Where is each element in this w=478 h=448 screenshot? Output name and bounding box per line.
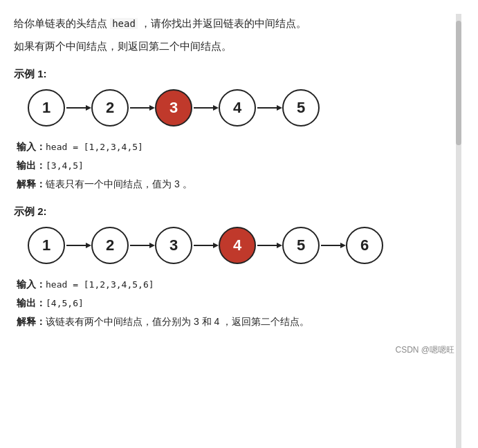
node-6-ex2: 6	[346, 227, 383, 264]
node-2-ex1: 2	[91, 89, 129, 127]
example2-input: 输入：head = [1,2,3,4,5,6]	[17, 275, 461, 294]
svg-marker-13	[213, 243, 219, 248]
scrollbar-thumb[interactable]	[456, 21, 461, 145]
arrow-1-ex2	[65, 239, 91, 252]
example2-output-value: [4,5,6]	[46, 298, 84, 308]
arrow-4-ex1	[256, 102, 282, 114]
svg-marker-11	[149, 243, 155, 248]
svg-marker-7	[277, 105, 282, 111]
arrow-4-ex2	[256, 239, 282, 252]
node-4-ex1: 4	[219, 89, 256, 127]
description-line2: 如果有两个中间结点，则返回第二个中间结点。	[14, 37, 461, 55]
arrow-2-ex1	[129, 102, 155, 114]
example2-explain: 解释：该链表有两个中间结点，值分别为 3 和 4 ，返回第二个结点。	[17, 312, 461, 331]
arrow-5-ex2	[320, 239, 346, 252]
svg-marker-9	[86, 243, 91, 248]
example2-input-label: 输入：	[17, 279, 46, 290]
example2-explain-value: 该链表有两个中间结点，值分别为 3 和 4 ，返回第二个结点。	[46, 316, 309, 327]
arrow-1-ex1	[65, 102, 91, 114]
example1-output-label: 输出：	[17, 160, 46, 171]
scrollbar[interactable]	[456, 14, 461, 448]
example2-input-value: head = [1,2,3,4,5,6]	[46, 279, 154, 290]
example1-explain: 解释：链表只有一个中间结点，值为 3 。	[17, 175, 461, 194]
example1-input-value: head = [1,2,3,4,5]	[46, 142, 143, 152]
example2-output: 输出：[4,5,6]	[17, 294, 461, 312]
example1-diagram: 1 2 3 4	[28, 89, 461, 127]
footer: CSDN @嗯嗯旺	[14, 344, 461, 356]
footer-text: CSDN @嗯嗯旺	[395, 345, 454, 355]
example2-diagram: 1 2 3 4	[28, 227, 461, 264]
node-2-ex2: 2	[91, 227, 129, 264]
example2-explain-label: 解释：	[17, 316, 46, 327]
svg-marker-15	[277, 243, 282, 248]
example2-title: 示例 2:	[14, 205, 461, 218]
example1-input-label: 输入：	[17, 141, 46, 152]
arrow-3-ex1	[192, 102, 219, 114]
node-1-ex2: 1	[28, 227, 65, 264]
node-1-ex1: 1	[28, 89, 65, 127]
node-3-ex2: 3	[155, 227, 192, 264]
example1-output-value: [3,4,5]	[46, 160, 84, 171]
svg-marker-5	[213, 105, 219, 111]
node-5-ex1: 5	[282, 89, 320, 127]
example2-info: 输入：head = [1,2,3,4,5,6] 输出：[4,5,6] 解释：该链…	[17, 275, 461, 330]
example1-title: 示例 1:	[14, 68, 461, 81]
description-line1: 给你单链表的头结点 head ，请你找出并返回链表的中间结点。	[14, 14, 461, 32]
example1-info: 输入：head = [1,2,3,4,5] 输出：[3,4,5] 解释：链表只有…	[17, 138, 461, 193]
example1-output: 输出：[3,4,5]	[17, 156, 461, 175]
example1-explain-label: 解释：	[17, 178, 46, 189]
svg-marker-1	[86, 105, 91, 111]
example1-explain-value: 链表只有一个中间结点，值为 3 。	[46, 178, 192, 189]
svg-marker-17	[340, 243, 346, 248]
example1-input: 输入：head = [1,2,3,4,5]	[17, 138, 461, 156]
svg-marker-3	[149, 105, 155, 111]
node-5-ex2: 5	[282, 227, 320, 264]
example2-output-label: 输出：	[17, 297, 46, 308]
node-3-ex1: 3	[155, 89, 192, 127]
node-4-ex2: 4	[219, 227, 256, 264]
arrow-2-ex2	[129, 239, 155, 252]
arrow-3-ex2	[192, 239, 219, 252]
